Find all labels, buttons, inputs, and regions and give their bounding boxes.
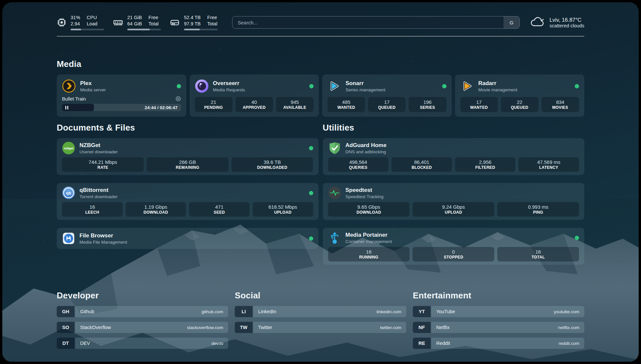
stat-box: 9.24 Gbps UPLOAD: [412, 202, 494, 217]
bookmark-name: Reddit: [436, 341, 450, 346]
bookmark-youtube[interactable]: YT YouTube youtube.com: [413, 306, 584, 317]
card-overseerr[interactable]: Overseerr Media Requests 21 PENDING 40 A…: [190, 75, 319, 117]
nzbget-logo-icon: nzbget: [62, 141, 75, 155]
portainer-logo-icon: [328, 231, 341, 244]
bookmark-linkedin[interactable]: LI LinkedIn linkedin.com: [235, 306, 406, 317]
bookmark-name: YouTube: [436, 309, 455, 314]
section-title-social: Social: [235, 290, 406, 301]
memory-total-label: Total: [148, 21, 159, 27]
card-title: Radarr: [478, 80, 518, 87]
bookmark-url: reddit.com: [559, 341, 579, 346]
bookmark-url: netflix.com: [558, 325, 579, 330]
cpu-load-label: Load: [87, 21, 97, 27]
search-engine-button[interactable]: G: [504, 16, 519, 28]
stat-value: 40: [251, 99, 257, 105]
stat-value: 834: [556, 99, 564, 105]
stat-box: 1.19 Gbps DOWNLOAD: [126, 202, 186, 217]
cpu-progress-bar: [71, 29, 104, 30]
memory-progress-bar: [127, 29, 161, 30]
card-subtitle: Container management: [346, 239, 392, 244]
memory-widget: 21 GiB 64 GiB Free Total: [113, 15, 161, 30]
svg-text:qb: qb: [66, 191, 71, 196]
search-bar[interactable]: G: [232, 16, 520, 29]
snow-particles: [2, 2, 3, 3]
bookmark-abbr: GH: [57, 306, 75, 317]
stat-label: QUEUED: [378, 105, 396, 110]
card-adguard-home[interactable]: AdGuard Home DNS and adblocking 498,564 …: [323, 138, 585, 175]
stat-box: 22 QUEUED: [501, 97, 538, 112]
stat-value: 16: [535, 249, 541, 255]
card-subtitle: Media Requests: [213, 87, 245, 92]
stat-value: 1.19 Gbps: [144, 204, 167, 210]
stat-label: AVAILABLE: [283, 105, 306, 110]
status-dot: [309, 236, 313, 241]
stat-value: 471: [215, 204, 224, 210]
card-plex[interactable]: Plex Media server Bullet Train: [57, 75, 186, 117]
section-title-developer: Developer: [57, 290, 228, 301]
card-speedtest[interactable]: Speedtest Speedtest Tracking 9.65 Gbps D…: [323, 183, 585, 220]
bookmark-stackoverflow[interactable]: SO StackOverflow stackoverflow.com: [57, 322, 228, 333]
status-dot: [309, 84, 314, 88]
card-file-browser[interactable]: File Browser Media File Management: [57, 228, 319, 249]
bookmark-reddit[interactable]: RE Reddit reddit.com: [413, 338, 584, 349]
card-title: Overseerr: [213, 80, 245, 87]
card-qbittorrent[interactable]: qb qBittorrent Torrent downloader 16 LEE…: [57, 183, 319, 220]
bookmark-abbr: LI: [235, 306, 253, 317]
disk-widget: 52.4 TB 97.9 TB Free Total: [169, 15, 218, 30]
bookmark-url: github.com: [201, 309, 223, 314]
stat-value: 2,956: [479, 159, 492, 165]
card-title: Speedtest: [346, 187, 384, 194]
stat-label: DOWNLOAD: [143, 210, 168, 215]
bookmark-name: Twitter: [258, 325, 272, 330]
bookmark-github[interactable]: GH Github github.com: [57, 306, 228, 317]
settings-icon[interactable]: [175, 96, 181, 102]
stat-box: 471 SEED: [189, 202, 250, 217]
cpu-load-value: 2.94: [71, 21, 80, 27]
playback-elapsed: [62, 104, 94, 111]
status-dot: [309, 146, 313, 150]
card-nzbget[interactable]: nzbget NZBGet Usenet downloader 744.21 M…: [57, 138, 319, 175]
stat-box: 945 AVAILABLE: [276, 97, 314, 112]
status-dot: [442, 84, 446, 88]
stat-value: 17: [384, 99, 390, 105]
cloud-icon: [530, 15, 545, 29]
bookmark-url: twitter.com: [380, 325, 401, 330]
bookmark-name: StackOverflow: [80, 325, 111, 330]
pause-icon[interactable]: [65, 106, 68, 109]
card-radarr[interactable]: Radarr Movie management 17 WANTED 22 QUE…: [455, 75, 585, 117]
card-title: Sonarr: [346, 80, 385, 87]
bookmark-dev[interactable]: DT DEV dev.to: [57, 338, 228, 349]
file-browser-logo-icon: [62, 232, 75, 245]
radarr-logo-icon: [460, 79, 474, 93]
card-title: NZBGet: [79, 142, 118, 149]
card-subtitle: Movie management: [478, 87, 518, 92]
weather-condition: scattered clouds: [549, 23, 584, 28]
disk-free-label: Free: [207, 15, 218, 21]
bookmark-netflix[interactable]: NF Netflix netflix.com: [413, 322, 584, 333]
stat-box: 47.569 ms LATENCY: [518, 157, 579, 172]
bookmark-abbr: DT: [57, 338, 75, 349]
stat-value: 21: [211, 99, 216, 105]
card-sonarr[interactable]: Sonarr Series management 485 WANTED 17 Q…: [322, 75, 452, 117]
stat-value: 498,564: [349, 159, 367, 165]
bookmark-group-social: Social LI LinkedIn linkedin.com TW Twitt…: [235, 290, 406, 353]
bookmark-group-entertainment: Entertainment YT YouTube youtube.com NF …: [413, 290, 584, 353]
stat-value: 39.6 TB: [263, 159, 281, 165]
stat-label: MOVIES: [552, 105, 568, 110]
card-subtitle: Torrent downloader: [79, 194, 118, 199]
bookmark-name: Github: [80, 309, 94, 314]
plex-playback-bar[interactable]: 24:44 / 02:06:47: [62, 104, 181, 111]
bookmark-twitter[interactable]: TW Twitter twitter.com: [235, 322, 406, 333]
stat-box: 40 APPROVED: [235, 97, 273, 112]
search-input[interactable]: [232, 16, 504, 28]
topbar: 31% 2.94 CPU Load: [57, 14, 584, 31]
stat-box: 9.65 Gbps DOWNLOAD: [328, 202, 410, 217]
adguard-logo-icon: [328, 141, 341, 155]
status-dot: [309, 191, 313, 195]
weather-location: Lviv, 16.87°C: [549, 17, 584, 23]
bookmark-name: Netflix: [436, 325, 449, 330]
stat-label: QUEUED: [511, 105, 528, 110]
disk-total-label: Total: [207, 21, 218, 27]
stat-label: BLOCKED: [412, 165, 432, 170]
card-media-portainer[interactable]: Media Portainer Container management 16 …: [323, 228, 585, 265]
